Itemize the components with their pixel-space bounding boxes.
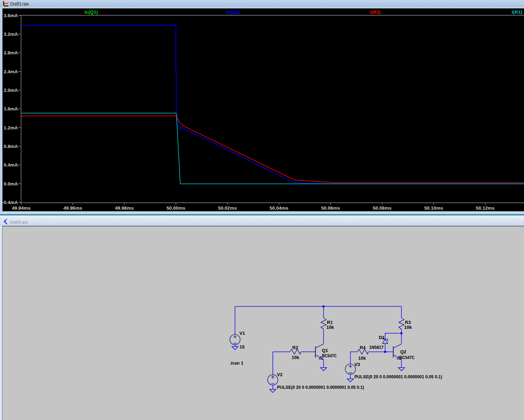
svg-text:10k: 10k bbox=[358, 355, 366, 361]
svg-text:10k: 10k bbox=[327, 325, 334, 330]
svg-text:BC547C: BC547C bbox=[322, 353, 337, 358]
svg-text:PULSE(0 20 0 0.0000001 0.00000: PULSE(0 20 0 0.0000001 0.0000001 0.05 0.… bbox=[277, 385, 364, 390]
svg-text:10k: 10k bbox=[292, 355, 300, 360]
svg-text:BC547C: BC547C bbox=[399, 355, 415, 360]
svg-text:1N5817: 1N5817 bbox=[369, 345, 384, 350]
svg-text:R2: R2 bbox=[293, 345, 298, 350]
svg-text:PULSE(0 20 0 0.0000001 0.00000: PULSE(0 20 0 0.0000001 0.0000001 0.05 0.… bbox=[355, 374, 442, 379]
svg-text:.tran 1: .tran 1 bbox=[230, 360, 243, 366]
svg-text:Q1: Q1 bbox=[322, 348, 328, 353]
svg-text:V3: V3 bbox=[355, 362, 360, 367]
svg-text:15: 15 bbox=[240, 344, 244, 350]
svg-text:V1: V1 bbox=[240, 331, 245, 336]
svg-text:R1: R1 bbox=[327, 320, 333, 325]
svg-text:R3: R3 bbox=[405, 320, 411, 325]
svg-text:Q2: Q2 bbox=[400, 349, 406, 354]
svg-text:10k: 10k bbox=[404, 325, 412, 330]
svg-text:D1: D1 bbox=[379, 335, 385, 340]
svg-text:R4: R4 bbox=[360, 345, 366, 350]
svg-text:V2: V2 bbox=[277, 372, 283, 377]
